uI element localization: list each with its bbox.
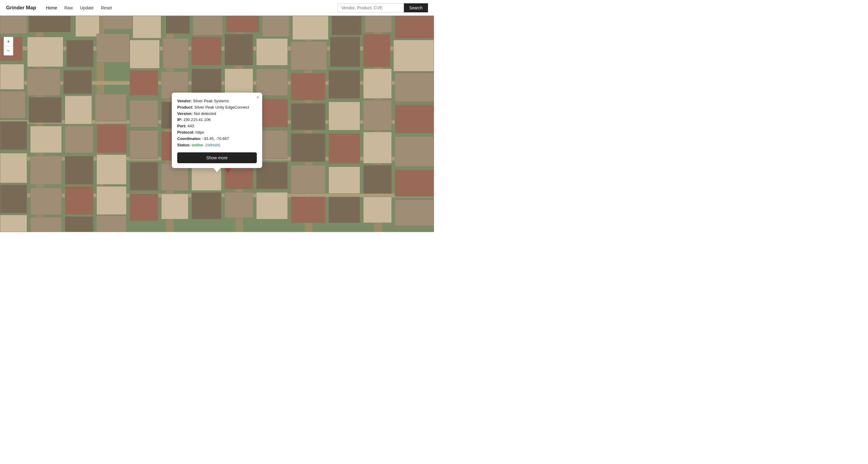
building — [65, 96, 92, 124]
building — [330, 37, 360, 67]
building — [163, 38, 188, 68]
building — [0, 16, 27, 34]
info-popup: × Vendor: Silver Peak Systems Product: S… — [172, 93, 262, 168]
building — [395, 136, 434, 167]
popup-ip-label: IP: — [177, 117, 182, 122]
building — [329, 197, 360, 223]
building — [30, 156, 62, 185]
nav-reset[interactable]: Reset — [101, 5, 112, 10]
brand-logo: Grinder Map — [6, 5, 36, 11]
building — [95, 94, 127, 121]
popup-port-label: Port: — [177, 124, 186, 128]
building — [0, 121, 27, 150]
building — [65, 126, 93, 153]
popup-version-row: Version: Not detected — [177, 111, 257, 117]
building — [130, 70, 158, 96]
zoom-out-button[interactable]: − — [4, 46, 13, 55]
building — [130, 100, 158, 127]
building — [130, 194, 158, 221]
building — [96, 215, 127, 232]
building — [329, 70, 360, 99]
popup-coordinates-row: Coordinates: -33.45, -70.667 — [177, 136, 257, 142]
popup-product-row: Product: Silver Peak Unity EdgeConnect — [177, 105, 257, 111]
popup-coordinates-value: -33.45, -70.667 — [203, 136, 229, 141]
popup-status-label: Status: — [177, 143, 190, 147]
building — [363, 132, 392, 164]
building — [329, 133, 360, 164]
building — [363, 197, 392, 223]
building — [29, 16, 71, 32]
navbar: Grinder Map Home Raw Update Reset Search — [0, 0, 434, 16]
zoom-controls: + − — [4, 37, 13, 56]
building — [30, 217, 62, 232]
search-input[interactable] — [338, 3, 404, 12]
building — [30, 126, 62, 153]
building — [27, 37, 63, 67]
building — [27, 68, 60, 96]
building — [395, 73, 434, 102]
building — [256, 38, 288, 65]
building — [0, 153, 27, 183]
building — [191, 37, 221, 65]
building — [96, 186, 127, 215]
nav-update[interactable]: Update — [80, 5, 94, 10]
building — [0, 91, 26, 118]
building — [0, 215, 27, 232]
building — [291, 197, 326, 223]
building — [224, 192, 253, 218]
nav-home[interactable]: Home — [46, 5, 57, 10]
map-container[interactable]: + − × Vendor: Silver Peak Systems Produc… — [0, 16, 434, 232]
search-area: Search — [338, 3, 428, 12]
building — [291, 103, 326, 130]
building — [363, 100, 392, 130]
building — [130, 130, 158, 159]
building — [130, 40, 160, 68]
building — [291, 73, 326, 100]
building — [262, 16, 289, 37]
building — [256, 68, 288, 96]
building — [363, 165, 392, 194]
building — [96, 34, 130, 62]
building — [363, 68, 392, 99]
building — [395, 200, 434, 226]
nav-raw[interactable]: Raw — [64, 5, 73, 10]
building — [256, 192, 288, 219]
popup-product-label: Product: — [177, 105, 193, 110]
popup-version-value: Not detected — [194, 111, 216, 116]
popup-protocol-value: https — [195, 130, 204, 135]
popup-refresh-link[interactable]: (refresh) — [206, 143, 220, 147]
popup-coordinates-label: Coordinates: — [177, 136, 201, 141]
building — [395, 170, 434, 197]
building — [0, 64, 24, 90]
popup-protocol-label: Protocol: — [177, 130, 194, 135]
building — [161, 194, 188, 219]
building — [102, 16, 133, 29]
building — [29, 97, 62, 123]
search-button[interactable]: Search — [404, 3, 428, 12]
building — [75, 16, 99, 37]
building — [224, 34, 253, 65]
building — [65, 156, 93, 185]
building — [65, 216, 93, 232]
building — [291, 41, 327, 70]
building — [395, 105, 434, 133]
popup-close-button[interactable]: × — [256, 95, 259, 100]
building — [30, 187, 62, 215]
building — [193, 16, 223, 35]
popup-vendor-label: Vendor: — [177, 99, 192, 103]
building — [191, 192, 221, 219]
building — [332, 16, 362, 35]
popup-vendor-row: Vendor: Silver Peak Systems — [177, 98, 257, 105]
popup-status-value: online — [192, 143, 203, 147]
popup-port-row: Port: 443 — [177, 123, 257, 129]
building — [329, 102, 360, 130]
popup-port-value: 443 — [187, 124, 194, 128]
building — [133, 16, 161, 38]
building — [0, 185, 27, 213]
zoom-in-button[interactable]: + — [4, 37, 13, 46]
building — [130, 162, 158, 191]
building — [65, 186, 93, 215]
building — [395, 16, 434, 38]
popup-vendor-value: Silver Peak Systems — [193, 99, 229, 103]
show-more-button[interactable]: Show more — [177, 152, 257, 163]
